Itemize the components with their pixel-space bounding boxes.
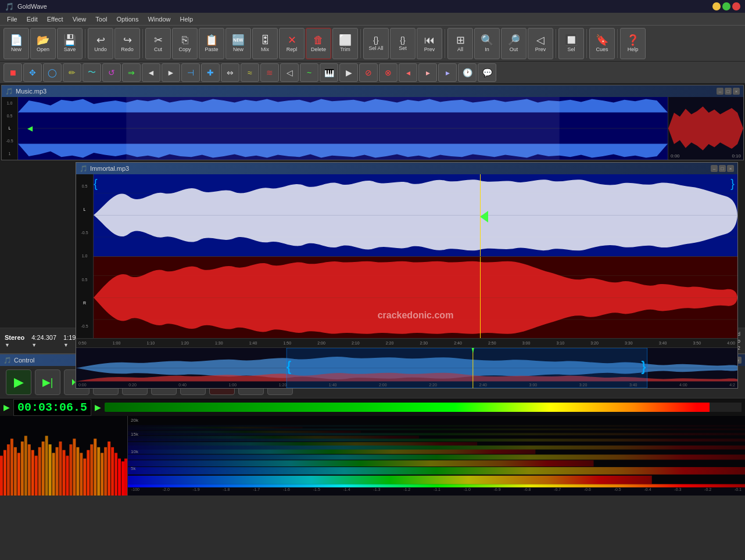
immortal-min-btn[interactable]: – bbox=[711, 165, 718, 172]
immortal-waveform-area[interactable]: } } bbox=[94, 174, 737, 338]
trim-button[interactable]: ⬜ Trim bbox=[332, 28, 358, 59]
status-channel: Stereo ▼ bbox=[5, 334, 24, 348]
time-marker-icon[interactable]: ▶ bbox=[95, 403, 101, 412]
start-marker[interactable]: ⊣ bbox=[181, 63, 200, 82]
help-button[interactable]: ❓ Help bbox=[620, 28, 646, 59]
cues-button[interactable]: 🔖 Cues bbox=[589, 28, 615, 59]
save-label: Save bbox=[64, 46, 76, 52]
delete-button[interactable]: 🗑 Delete bbox=[306, 28, 331, 59]
cross-tool[interactable]: ✚ bbox=[201, 63, 220, 82]
close-button[interactable] bbox=[732, 2, 740, 10]
menu-window[interactable]: Window bbox=[143, 15, 175, 24]
marker-tool[interactable]: ⇒ bbox=[122, 63, 141, 82]
immortal-window-title: Immortal.mp3 bbox=[90, 165, 129, 172]
prev-button[interactable]: ⏮ Prev bbox=[417, 28, 442, 59]
stretch-tool[interactable]: ≋ bbox=[260, 63, 279, 82]
zoom-out-button[interactable]: 🔎 Out bbox=[501, 28, 526, 59]
svg-rect-47 bbox=[90, 444, 93, 496]
eq-tool[interactable]: ⊘ bbox=[359, 63, 378, 82]
duration-value: 4:24.307 bbox=[31, 334, 56, 341]
pencil-tool[interactable]: ✏ bbox=[63, 63, 81, 82]
level-neg0.5: -0.5 bbox=[6, 139, 13, 143]
loop-tool[interactable]: ↺ bbox=[102, 63, 121, 82]
svg-rect-65 bbox=[128, 446, 745, 450]
svg-rect-49 bbox=[97, 447, 100, 496]
selection-left-handle[interactable]: } bbox=[94, 177, 98, 191]
volume-tool[interactable]: ▶ bbox=[339, 63, 358, 82]
sel-button[interactable]: 🔲 Sel bbox=[558, 28, 584, 59]
status-duration: 4:24.307 ▼ bbox=[31, 334, 56, 348]
selection-right-handle[interactable]: } bbox=[730, 177, 735, 191]
open-button[interactable]: 📂 Open bbox=[30, 28, 56, 59]
svg-rect-23 bbox=[7, 444, 10, 496]
save-button[interactable]: 💾 Save bbox=[57, 28, 83, 59]
menu-tool[interactable]: Tool bbox=[91, 15, 112, 24]
mix-button[interactable]: 🎛 Mix bbox=[252, 28, 278, 59]
new-button[interactable]: 📄 New bbox=[3, 28, 29, 59]
prev2-button[interactable]: ◁ Prev bbox=[528, 28, 553, 59]
noise-tool[interactable]: ⊗ bbox=[379, 63, 397, 82]
piano-tool[interactable]: 🎹 bbox=[320, 63, 338, 82]
music-max-btn[interactable]: □ bbox=[725, 88, 732, 95]
time-play-icon[interactable]: ▶ bbox=[3, 403, 10, 412]
zoom-circle[interactable]: ◯ bbox=[43, 63, 62, 82]
wave2-tool[interactable]: ≈ bbox=[241, 63, 259, 82]
selall-button[interactable]: {} Sel All bbox=[363, 28, 389, 59]
overview-times: 0:00 0:20 0:40 1:00 1:20 1:40 2:00 2:20 … bbox=[76, 383, 737, 387]
play-button[interactable]: ▶ bbox=[6, 369, 31, 395]
set-button[interactable]: {} Set bbox=[390, 28, 416, 59]
svg-rect-34 bbox=[45, 436, 48, 496]
music-min-btn[interactable]: – bbox=[717, 88, 723, 95]
fade-tool[interactable]: ◁ bbox=[280, 63, 299, 82]
menu-effect[interactable]: Effect bbox=[42, 15, 68, 24]
svg-rect-33 bbox=[42, 441, 45, 496]
menu-help[interactable]: Help bbox=[175, 15, 198, 24]
svg-rect-39 bbox=[63, 450, 66, 496]
minimize-button[interactable] bbox=[712, 2, 721, 10]
undo-button[interactable]: ↩ Undo bbox=[88, 28, 113, 59]
repl-button[interactable]: ✕ Repl bbox=[279, 28, 305, 59]
svg-rect-31 bbox=[35, 456, 38, 496]
cut-button[interactable]: ✂ Cut bbox=[145, 28, 171, 59]
comment-tool[interactable]: 💬 bbox=[478, 63, 496, 82]
select-r[interactable]: ► bbox=[162, 63, 180, 82]
prev-marker[interactable]: ◂ bbox=[399, 63, 417, 82]
freq-x-labels: -100 -2.0 -1.9 -1.8 -1.7 -1.6 -1.5 -1.4 … bbox=[128, 487, 745, 496]
menu-view[interactable]: View bbox=[68, 15, 91, 24]
select-l[interactable]: ◄ bbox=[142, 63, 160, 82]
immortal-close-btn[interactable]: × bbox=[727, 165, 734, 172]
new2-button[interactable]: 🆕 New bbox=[225, 28, 251, 59]
move-tool[interactable]: ✥ bbox=[23, 63, 42, 82]
copy-button[interactable]: ⎘ Copy bbox=[172, 28, 198, 59]
all-button[interactable]: ⊞ All bbox=[447, 28, 473, 59]
prev-icon: ⏮ bbox=[424, 35, 435, 45]
svg-text:15k: 15k bbox=[131, 432, 138, 437]
menu-edit[interactable]: Edit bbox=[22, 15, 42, 24]
clock-tool[interactable]: 🕐 bbox=[458, 63, 477, 82]
menu-options[interactable]: Options bbox=[112, 15, 143, 24]
copy-icon: ⎘ bbox=[182, 35, 188, 45]
channel-R-svg bbox=[94, 257, 737, 339]
bookmark-tool[interactable]: ▸ bbox=[438, 63, 457, 82]
redo-button[interactable]: ↪ Redo bbox=[114, 28, 140, 59]
menu-file[interactable]: File bbox=[2, 15, 22, 24]
immortal-overview[interactable]: { } 0:00 0:20 0:40 1:00 1:20 1:40 2:00 2… bbox=[76, 347, 737, 388]
music-waveform[interactable]: ◀ bbox=[18, 97, 668, 160]
wave-tool[interactable]: 〜 bbox=[83, 63, 101, 82]
envelope-tool[interactable]: ~ bbox=[300, 63, 318, 82]
svg-rect-22 bbox=[3, 450, 6, 496]
music-close-btn[interactable]: × bbox=[733, 88, 740, 95]
svg-rect-57 bbox=[124, 458, 127, 496]
next-marker[interactable]: ▸ bbox=[418, 63, 437, 82]
immortal-main-display: 0.5 L -0.5 1.0 0.5 R -0.5 bbox=[76, 174, 737, 338]
svg-rect-43 bbox=[76, 447, 79, 496]
maximize-button[interactable] bbox=[722, 2, 730, 10]
stop-record-button[interactable]: ⏹ bbox=[3, 63, 22, 82]
expand-tool[interactable]: ⇔ bbox=[221, 63, 239, 82]
paste-button[interactable]: 📋 Paste bbox=[199, 28, 224, 59]
zoom-in-button[interactable]: 🔍 In bbox=[474, 28, 500, 59]
play-end-button[interactable]: ▶| bbox=[35, 369, 60, 395]
immortal-restore-btn[interactable]: □ bbox=[719, 165, 726, 172]
toolbar-sep-1 bbox=[85, 29, 85, 58]
copy-label: Copy bbox=[178, 46, 191, 52]
